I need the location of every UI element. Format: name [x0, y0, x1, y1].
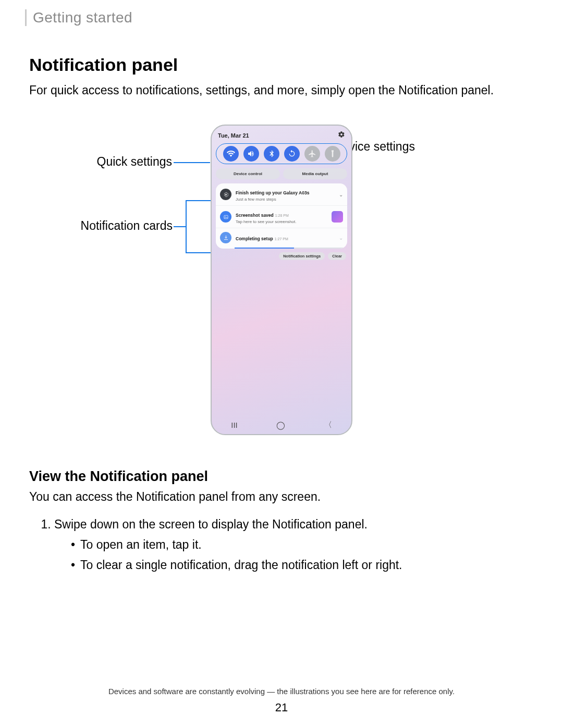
card-text: Finish setting up your Galaxy A03s Just … — [236, 187, 335, 202]
breadcrumb: Getting started — [25, 9, 563, 26]
control-pills: Device control Media output — [216, 168, 347, 179]
sound-icon[interactable] — [243, 146, 259, 162]
page-number: 21 — [0, 701, 563, 714]
airplane-icon[interactable] — [304, 146, 320, 162]
notification-card[interactable]: Finish setting up your Galaxy A03s Just … — [216, 183, 347, 206]
clear-button[interactable]: Clear — [328, 252, 346, 260]
notification-card[interactable]: Completing setup1:27 PM ⌄ — [216, 228, 347, 249]
page-title: Notification panel — [29, 55, 534, 75]
status-date: Tue, Mar 21 — [218, 132, 249, 139]
card-time: 1:28 PM — [275, 214, 289, 217]
device-control-button[interactable]: Device control — [216, 168, 280, 179]
section-intro: You can access the Notification panel fr… — [29, 490, 534, 504]
notification-actions: Notification settings Clear — [212, 252, 346, 260]
svg-point-2 — [225, 216, 225, 216]
notification-card[interactable]: Screenshot saved1:28 PM Tap here to see … — [216, 206, 347, 228]
card-subtitle: Just a few more steps — [236, 197, 335, 202]
recents-icon[interactable]: III — [231, 421, 238, 429]
svg-point-0 — [225, 194, 227, 195]
download-icon — [220, 232, 231, 243]
bluetooth-icon[interactable] — [264, 146, 279, 162]
section-heading: View the Notification panel — [29, 468, 534, 485]
card-title: Screenshot saved — [236, 213, 274, 218]
card-title: Finish setting up your Galaxy A03s — [236, 190, 309, 195]
card-title: Completing setup — [236, 236, 273, 241]
leader-line — [186, 200, 187, 252]
bullet-list: To open an item, tap it. To clear a sing… — [71, 538, 534, 572]
intro-text: For quick access to notifications, setti… — [29, 82, 534, 98]
gear-icon — [220, 189, 231, 200]
bullet-item: To open an item, tap it. — [71, 538, 534, 552]
nav-bar: III ◯ 〈 — [212, 420, 351, 430]
phone-mockup: Tue, Mar 21 Device control Media output — [211, 125, 352, 435]
image-icon — [220, 211, 231, 223]
leader-line — [174, 162, 210, 163]
step-text: Swipe down on the screen to display the … — [54, 517, 368, 531]
card-text: Completing setup1:27 PM — [236, 233, 335, 242]
wifi-icon[interactable] — [223, 146, 239, 162]
chevron-down-icon[interactable]: ⌄ — [339, 192, 343, 198]
status-bar: Tue, Mar 21 — [212, 126, 351, 143]
bullet-item: To clear a single notification, drag the… — [71, 558, 534, 572]
step-item: Swipe down on the screen to display the … — [54, 517, 534, 572]
illustration: Device settings Quick settings Notificat… — [29, 125, 534, 448]
notification-settings-button[interactable]: Notification settings — [279, 252, 325, 260]
progress-bar — [235, 248, 343, 249]
card-text: Screenshot saved1:28 PM Tap here to see … — [236, 209, 327, 224]
media-output-button[interactable]: Media output — [283, 168, 347, 179]
screenshot-thumbnail — [332, 211, 343, 223]
rotate-icon[interactable] — [284, 146, 300, 162]
back-icon[interactable]: 〈 — [324, 420, 332, 430]
home-icon[interactable]: ◯ — [276, 421, 285, 430]
gear-icon[interactable] — [338, 131, 345, 140]
chevron-down-icon[interactable]: ⌄ — [339, 235, 343, 241]
quick-settings-row — [216, 143, 347, 164]
flashlight-icon[interactable] — [325, 146, 340, 162]
steps-list: Swipe down on the screen to display the … — [54, 517, 534, 572]
footer-note: Devices and software are constantly evol… — [0, 687, 563, 696]
label-notification-cards: Notification cards — [62, 219, 173, 233]
breadcrumb-text: Getting started — [33, 9, 563, 26]
main-content: Notification panel For quick access to n… — [29, 55, 534, 572]
leader-line — [174, 226, 186, 227]
notification-cards: Finish setting up your Galaxy A03s Just … — [216, 183, 347, 249]
label-quick-settings: Quick settings — [78, 155, 172, 169]
card-subtitle: Tap here to see your screenshot. — [236, 219, 327, 224]
card-time: 1:27 PM — [275, 237, 288, 241]
